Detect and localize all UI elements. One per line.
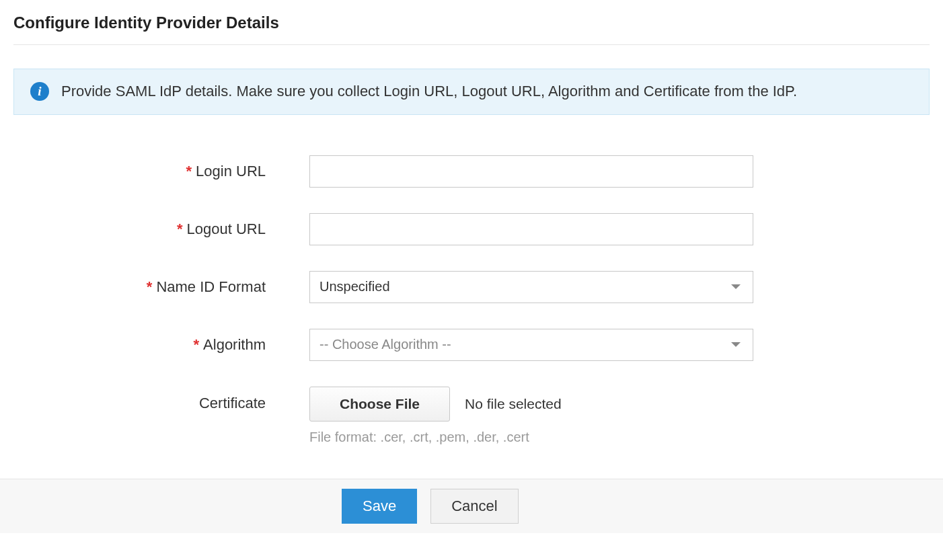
certificate-hint: File format: .cer, .crt, .pem, .der, .ce… [309, 430, 753, 445]
no-file-selected-text: No file selected [465, 396, 562, 412]
chevron-down-icon [731, 284, 741, 289]
row-logout-url: *Logout URL [13, 213, 930, 245]
choose-file-button[interactable]: Choose File [309, 387, 450, 422]
label-name-id-format: *Name ID Format [13, 278, 309, 296]
page-title: Configure Identity Provider Details [13, 13, 930, 32]
required-marker: * [147, 278, 153, 295]
row-login-url: *Login URL [13, 155, 930, 188]
title-divider [13, 44, 930, 45]
label-login-url: *Login URL [13, 163, 309, 180]
button-bar: Save Cancel [0, 479, 943, 533]
row-algorithm: *Algorithm -- Choose Algorithm -- [13, 329, 930, 361]
label-logout-url-text: Logout URL [187, 221, 266, 237]
algorithm-placeholder: -- Choose Algorithm -- [319, 337, 451, 352]
login-url-input[interactable] [309, 155, 753, 188]
cancel-button[interactable]: Cancel [430, 489, 518, 524]
required-marker: * [186, 163, 192, 179]
label-login-url-text: Login URL [196, 163, 266, 179]
label-name-id-format-text: Name ID Format [156, 278, 266, 295]
button-bar-spacer [0, 489, 328, 524]
algorithm-select[interactable]: -- Choose Algorithm -- [309, 329, 753, 361]
label-certificate-text: Certificate [199, 395, 266, 411]
required-marker: * [177, 221, 183, 237]
label-certificate: Certificate [13, 387, 309, 412]
logout-url-input[interactable] [309, 213, 753, 245]
required-marker: * [194, 336, 200, 353]
label-algorithm: *Algorithm [13, 336, 309, 354]
form-area: *Login URL *Logout URL *Name ID Format U… [13, 155, 930, 479]
save-button[interactable]: Save [342, 489, 417, 524]
row-name-id-format: *Name ID Format Unspecified [13, 271, 930, 303]
row-certificate: Certificate Choose File No file selected… [13, 387, 930, 445]
info-banner: i Provide SAML IdP details. Make sure yo… [13, 69, 930, 115]
name-id-format-select[interactable]: Unspecified [309, 271, 753, 303]
label-algorithm-text: Algorithm [203, 336, 266, 353]
name-id-format-value: Unspecified [319, 279, 390, 294]
info-banner-text: Provide SAML IdP details. Make sure you … [61, 81, 797, 102]
label-logout-url: *Logout URL [13, 221, 309, 238]
info-icon: i [30, 82, 49, 101]
chevron-down-icon [731, 342, 741, 347]
